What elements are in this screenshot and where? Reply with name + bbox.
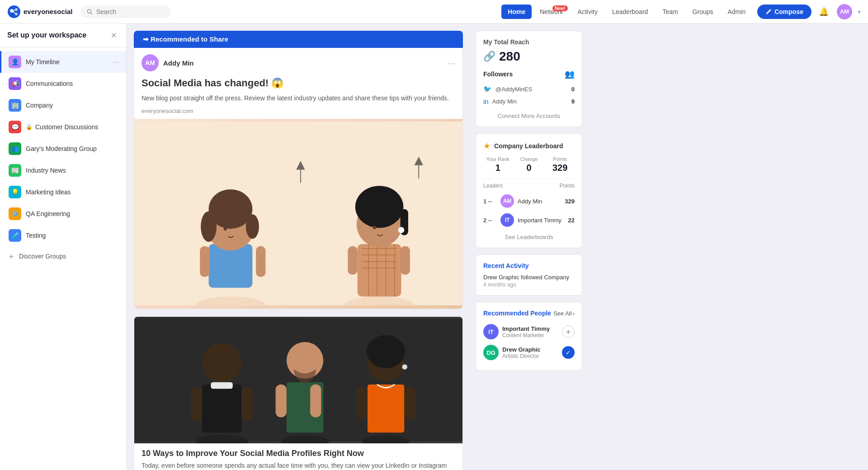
rec-avatar-2: DG	[483, 345, 499, 360]
rank-label: Your Rank	[483, 156, 513, 162]
post-author-avatar: AM	[142, 54, 159, 71]
rec-person-1-text: Important Timmy Content Marketer	[502, 325, 550, 338]
notifications-button[interactable]: 🔔	[816, 4, 831, 19]
leaderboard-title: Company Leaderboard	[494, 142, 563, 150]
rec-person-1-row: IT Important Timmy Content Marketer ＋	[483, 321, 575, 342]
second-post-image	[134, 317, 462, 443]
svg-rect-43	[191, 386, 202, 421]
compose-icon	[765, 9, 772, 15]
see-all-label: See All	[553, 310, 571, 317]
search-icon	[87, 9, 92, 15]
connect-more-label[interactable]: Connect More Accounts	[498, 113, 560, 119]
change-label: Change	[514, 156, 544, 162]
nav-item-groups[interactable]: Groups	[686, 5, 720, 19]
discover-groups-item[interactable]: ＋ Discover Groups	[0, 246, 126, 266]
lb-person-2[interactable]: 2 -- IT Important Timmy 22	[483, 211, 575, 230]
nav-item-leaderboard[interactable]: Leaderboard	[606, 5, 654, 19]
rank-value: 1	[483, 163, 513, 173]
svg-rect-42	[211, 382, 232, 389]
sidebar-label-my-timeline: My Timeline	[26, 58, 108, 66]
setup-title: Set up your workspace	[7, 31, 86, 39]
post-link[interactable]: everyonesocial.com	[134, 108, 462, 119]
sidebar-item-my-timeline[interactable]: 👤 My Timeline ···	[0, 51, 126, 73]
search-input[interactable]	[96, 8, 165, 15]
leaders-label: Leaders	[483, 183, 503, 189]
linkedin-count: 9	[571, 98, 575, 105]
reach-number: 280	[499, 49, 520, 64]
post-author: AM Addy Min	[142, 54, 194, 71]
sidebar-icon-testing: 🧪	[9, 229, 21, 242]
svg-point-32	[355, 198, 403, 216]
sidebar-more-my-timeline[interactable]: ···	[112, 57, 119, 67]
sidebar-icon-customer-discussions: 💬	[9, 121, 21, 133]
recommended-banner: ➡ Recommended to Share	[134, 31, 463, 48]
activity-text: Drew Graphic followed Company	[483, 274, 575, 281]
nav-item-network[interactable]: Network New!	[533, 5, 569, 19]
logo-text: everyonesocial	[24, 8, 72, 15]
sidebar-item-garys-group[interactable]: 👥 Gary's Moderating Group	[0, 138, 126, 160]
see-lb-label[interactable]: See Leaderboards	[505, 234, 553, 240]
sidebar-icon-my-timeline: 👤	[9, 56, 21, 68]
post-more-button[interactable]: ···	[448, 58, 455, 68]
lb-person-1[interactable]: 1 -- AM Addy Min 329	[483, 192, 575, 211]
star-icon: ★	[483, 141, 491, 151]
svg-rect-35	[348, 246, 357, 275]
sidebar-icon-industry-news: 📰	[9, 164, 21, 177]
main-feed: ➡ Recommended to Share AM Addy Min ··· S…	[127, 24, 470, 470]
compose-label: Compose	[774, 8, 803, 15]
see-all-button[interactable]: See All ›	[553, 310, 575, 317]
user-avatar-button[interactable]: AM	[837, 4, 852, 19]
nav-item-home[interactable]: Home	[501, 5, 532, 19]
rec-add-button-1[interactable]: ＋	[562, 325, 575, 338]
network-badge: New!	[552, 5, 568, 11]
see-leaderboards-link[interactable]: See Leaderboards	[483, 233, 575, 240]
twitter-platform: 🐦 @AddyMinES	[483, 85, 532, 93]
sidebar-item-customer-discussions[interactable]: 💬 🔒 Customer Discussions	[0, 116, 126, 138]
nav-item-activity[interactable]: Activity	[571, 5, 604, 19]
rec-avatar-1: IT	[483, 324, 499, 339]
setup-close-button[interactable]: ✕	[108, 30, 119, 41]
recommended-people-card: Recommended People See All › IT Importan…	[476, 302, 582, 371]
app-logo[interactable]: everyonesocial	[7, 5, 72, 19]
rec-person-2-role: Artistic Director	[502, 353, 541, 359]
lb-name-1: Addy Min	[518, 198, 561, 205]
lb-rank-2: 2 --	[483, 217, 497, 224]
rec-connected-button-2[interactable]: ✓	[562, 346, 575, 359]
linkedin-follower-row: in Addy Min 9	[483, 95, 575, 108]
nav-item-team[interactable]: Team	[656, 5, 684, 19]
setup-banner: Set up your workspace ✕	[0, 24, 126, 47]
sidebar-label-customer-discussions: 🔒 Customer Discussions	[26, 123, 119, 131]
sidebar-label-qa-engineering: QA Engineering	[26, 210, 119, 217]
sidebar-item-industry-news[interactable]: 📰 Industry News	[0, 160, 126, 181]
recent-activity-card: Recent Activity Drew Graphic followed Co…	[476, 254, 582, 296]
sidebar-icon-marketing-ideas: 💡	[9, 186, 21, 198]
discover-groups-label: Discover Groups	[19, 253, 66, 260]
svg-point-14	[201, 212, 217, 242]
rec-people-title: Recommended People	[483, 310, 551, 317]
sidebar-icon-qa-engineering: ⚙️	[9, 207, 21, 220]
sidebar-label-garys-group: Gary's Moderating Group	[26, 145, 119, 152]
rec-person-1-role: Content Marketer	[502, 332, 550, 338]
compose-button[interactable]: Compose	[757, 5, 811, 19]
recommended-banner-text: ➡ Recommended to Share	[143, 35, 228, 43]
followers-manage-icon[interactable]: 👥	[565, 69, 575, 79]
sidebar-item-communications[interactable]: 📢 Communications	[0, 73, 126, 94]
recent-activity-title: Recent Activity	[483, 262, 575, 269]
nav-item-admin[interactable]: Admin	[722, 5, 752, 19]
logo-icon	[7, 5, 21, 19]
svg-point-2	[15, 8, 18, 11]
lb-name-2: Important Timmy	[518, 217, 565, 224]
search-bar[interactable]	[80, 5, 171, 18]
leaderboard-card: ★ Company Leaderboard Your Rank 1 Change…	[476, 133, 582, 248]
leaderboard-header: ★ Company Leaderboard	[483, 141, 575, 151]
user-dropdown-chevron[interactable]: ▾	[858, 8, 861, 15]
post-author-name: Addy Min	[163, 59, 194, 67]
change-value: 0	[514, 163, 544, 173]
lb-avatar-2: IT	[500, 213, 514, 227]
sidebar-item-testing[interactable]: 🧪 Testing	[0, 225, 126, 246]
connect-more-link[interactable]: Connect More Accounts	[483, 108, 575, 119]
post-card: AM Addy Min ··· Social Media has changed…	[134, 48, 463, 309]
sidebar-item-qa-engineering[interactable]: ⚙️ QA Engineering	[0, 203, 126, 225]
sidebar-item-company[interactable]: 🏢 Company	[0, 94, 126, 116]
sidebar-item-marketing-ideas[interactable]: 💡 Marketing Ideas	[0, 181, 126, 203]
